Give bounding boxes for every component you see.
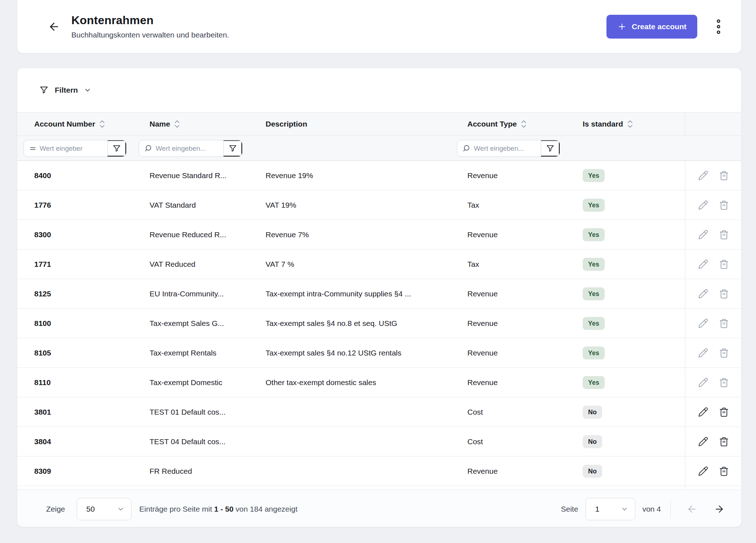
account-number-cell: 8110 [29, 378, 144, 387]
account-number-filter-input[interactable] [40, 140, 107, 156]
delete-button[interactable] [719, 348, 729, 358]
status-badge: No [583, 465, 602, 478]
status-badge: Yes [583, 228, 605, 241]
sort-icon[interactable] [99, 120, 105, 128]
account-description-cell: VAT 19% [261, 201, 462, 209]
table-row[interactable]: 3801 TEST 01 Default cos... Cost No [17, 397, 741, 427]
delete-button[interactable] [719, 200, 729, 211]
back-button[interactable] [43, 16, 65, 37]
is-standard-cell: Yes [578, 258, 685, 271]
previous-page-button[interactable] [683, 500, 701, 518]
table-row[interactable]: 8400 Revenue Standard R... Revenue 19% R… [17, 161, 741, 190]
page-size-select[interactable]: 50 [77, 498, 132, 520]
account-name-cell: TEST 01 Default cos... [144, 408, 261, 416]
trash-icon [719, 377, 729, 388]
delete-button[interactable] [719, 170, 729, 181]
account-type-filter-input[interactable] [474, 140, 541, 156]
account-number-cell: 8105 [29, 349, 144, 357]
delete-button[interactable] [719, 229, 729, 240]
sort-icon[interactable] [174, 120, 180, 128]
name-filter-options-button[interactable] [223, 140, 242, 156]
table-row[interactable]: 8309 FR Reduced Revenue No [17, 456, 741, 486]
sort-icon[interactable] [627, 120, 633, 128]
sort-icon[interactable] [521, 120, 526, 128]
account-type-cell: Tax [462, 260, 578, 269]
edit-button[interactable] [698, 170, 708, 181]
delete-button[interactable] [719, 377, 729, 388]
pencil-icon [698, 170, 708, 181]
pencil-icon [698, 200, 708, 211]
edit-button[interactable] [698, 377, 708, 388]
table-row[interactable]: 8110 Tax-exempt Domestic Other tax-exemp… [17, 368, 741, 397]
search-icon [462, 144, 471, 153]
delete-button[interactable] [719, 407, 729, 418]
row-actions [685, 456, 741, 486]
column-header-account-number[interactable]: Account Number [29, 120, 144, 128]
page-subtitle: Buchhaltungskonten verwalten und bearbei… [71, 31, 229, 39]
is-standard-cell: No [578, 435, 685, 448]
name-filter-input[interactable] [156, 140, 223, 156]
column-header-is-standard[interactable]: Is standard [578, 120, 685, 128]
account-number-cell: 8125 [29, 290, 144, 298]
create-account-button[interactable]: Create account [606, 15, 697, 39]
pencil-icon [698, 377, 708, 388]
account-name-cell: VAT Reduced [144, 260, 261, 269]
delete-button[interactable] [719, 466, 729, 477]
pagination-footer: Zeige 50 Einträge pro Seite mit 1 - 50 v… [17, 490, 741, 527]
status-badge: Yes [583, 317, 605, 330]
table-row[interactable]: 8125 EU Intra-Community... Tax-exempt in… [17, 279, 741, 309]
column-header-account-type[interactable]: Account Type [462, 120, 578, 128]
row-actions [685, 338, 741, 367]
edit-button[interactable] [698, 200, 708, 211]
edit-button[interactable] [698, 318, 708, 329]
table-row[interactable]: 1776 VAT Standard VAT 19% Tax Yes [17, 190, 741, 220]
account-type-cell: Revenue [462, 349, 578, 357]
kebab-menu-button[interactable] [707, 15, 730, 39]
entries-summary: Einträge pro Seite mit 1 - 50 von 184 an… [139, 505, 298, 513]
page-select[interactable]: 1 [586, 498, 635, 520]
account-type-filter-options-button[interactable] [541, 140, 560, 156]
delete-button[interactable] [719, 259, 729, 270]
status-badge: Yes [583, 287, 605, 300]
delete-button[interactable] [719, 436, 729, 447]
status-badge: No [583, 435, 602, 448]
account-description-cell: Tax-exempt intra-Community supplies §4 .… [261, 290, 462, 298]
edit-button[interactable] [698, 259, 708, 270]
is-standard-cell: Yes [578, 317, 685, 330]
row-actions [685, 397, 741, 427]
kebab-icon [715, 19, 722, 34]
filter-toggle-button[interactable]: Filtern [39, 85, 92, 95]
edit-button[interactable] [698, 466, 708, 477]
account-number-filter-options-button[interactable] [107, 140, 126, 156]
pencil-icon [698, 318, 708, 329]
page-label: Seite [561, 505, 578, 513]
delete-button[interactable] [719, 318, 729, 329]
page-header: Kontenrahmen Buchhaltungskonten verwalte… [17, 0, 742, 53]
summary-suffix: von 184 angezeigt [234, 505, 297, 513]
edit-button[interactable] [698, 436, 708, 447]
chevron-down-icon [621, 505, 628, 513]
table-row[interactable]: 1771 VAT Reduced VAT 7 % Tax Yes [17, 250, 741, 279]
account-type-cell: Cost [462, 408, 578, 416]
account-type-filter [457, 140, 560, 157]
next-page-button[interactable] [710, 500, 728, 518]
table-row[interactable]: 8100 Tax-exempt Sales G... Tax-exempt sa… [17, 309, 741, 338]
status-badge: No [583, 406, 602, 419]
status-badge: Yes [583, 199, 605, 212]
column-label: Is standard [583, 120, 623, 128]
arrow-right-icon [714, 504, 725, 515]
account-number-cell: 1776 [29, 201, 144, 209]
trash-icon [719, 466, 729, 477]
account-number-cell: 3804 [29, 437, 144, 446]
edit-button[interactable] [698, 348, 708, 358]
table-row[interactable]: 8300 Revenue Reduced R... Revenue 7% Rev… [17, 220, 741, 250]
column-header-name[interactable]: Name [144, 120, 261, 128]
is-standard-cell: Yes [578, 228, 685, 241]
edit-button[interactable] [698, 288, 708, 299]
edit-button[interactable] [698, 229, 708, 240]
table-row[interactable]: 8105 Tax-exempt Rentals Tax-exempt sales… [17, 338, 741, 368]
edit-button[interactable] [698, 407, 708, 418]
is-standard-cell: No [578, 406, 685, 419]
table-row[interactable]: 3804 TEST 04 Default cos... Cost No [17, 427, 741, 456]
delete-button[interactable] [719, 288, 729, 299]
